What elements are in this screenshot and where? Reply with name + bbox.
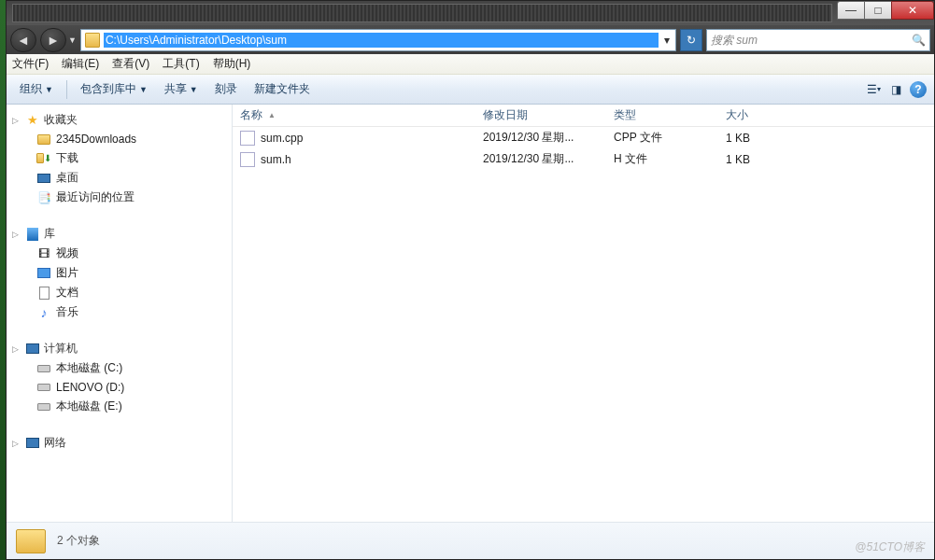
- menu-edit[interactable]: 编辑(E): [62, 56, 99, 72]
- status-bar: 2 个对象 @51CTO博客: [7, 522, 934, 559]
- sidebar-item-documents[interactable]: 文档: [12, 283, 232, 302]
- minimize-button[interactable]: —: [837, 1, 865, 20]
- file-row[interactable]: sum.cpp 2019/12/30 星期... CPP 文件 1 KB: [233, 127, 934, 148]
- computer-group[interactable]: ▷计算机: [12, 339, 232, 358]
- content-pane: 名称▲ 修改日期 类型 大小 sum.cpp 2019/12/30 星期... …: [233, 105, 934, 522]
- address-text[interactable]: C:\Users\Administrator\Desktop\sum: [104, 33, 659, 48]
- col-name[interactable]: 名称▲: [240, 107, 483, 123]
- sidebar-item-drive-d[interactable]: LENOVO (D:): [12, 378, 232, 397]
- menu-help[interactable]: 帮助(H): [213, 56, 251, 72]
- address-dropdown[interactable]: ▾: [659, 34, 675, 47]
- menu-view[interactable]: 查看(V): [112, 56, 149, 72]
- sidebar: ▷★收藏夹 2345Downloads 下载 桌面 最近访问的位置 ▷库 视频 …: [7, 105, 233, 522]
- col-size[interactable]: 大小: [726, 107, 838, 123]
- close-button[interactable]: ✕: [891, 1, 934, 20]
- main-area: ▷★收藏夹 2345Downloads 下载 桌面 最近访问的位置 ▷库 视频 …: [7, 105, 934, 522]
- menu-bar: 文件(F) 编辑(E) 查看(V) 工具(T) 帮助(H): [7, 54, 934, 75]
- file-icon: [240, 131, 255, 146]
- search-placeholder: 搜索 sum: [711, 33, 758, 49]
- view-mode-button[interactable]: ☰▾: [865, 81, 882, 98]
- sidebar-item-recent[interactable]: 最近访问的位置: [12, 188, 232, 207]
- maximize-button[interactable]: □: [864, 1, 892, 20]
- sidebar-item-pictures[interactable]: 图片: [12, 263, 232, 283]
- new-folder-button[interactable]: 新建文件夹: [248, 78, 316, 100]
- folder-icon: [85, 33, 100, 48]
- col-type[interactable]: 类型: [614, 107, 726, 123]
- sidebar-item-drive-c[interactable]: 本地磁盘 (C:): [12, 358, 232, 378]
- search-icon[interactable]: 🔍: [912, 34, 926, 47]
- libraries-group[interactable]: ▷库: [12, 224, 232, 244]
- folder-icon: [16, 529, 46, 553]
- organize-button[interactable]: 组织▼: [14, 78, 59, 100]
- titlebar-drag[interactable]: [12, 4, 832, 22]
- sidebar-item-music[interactable]: 音乐: [12, 302, 232, 322]
- watermark: @51CTO博客: [855, 539, 925, 555]
- sidebar-item-downloads[interactable]: 下载: [12, 148, 232, 168]
- status-text: 2 个对象: [57, 533, 100, 549]
- menu-file[interactable]: 文件(F): [12, 56, 49, 72]
- search-input[interactable]: 搜索 sum 🔍: [706, 29, 930, 51]
- history-dropdown[interactable]: ▼: [68, 35, 77, 45]
- toolbar: 组织▼ 包含到库中▼ 共享▼ 刻录 新建文件夹 ☰▾ ◨ ?: [7, 75, 934, 105]
- burn-button[interactable]: 刻录: [209, 78, 243, 100]
- forward-button[interactable]: ►: [40, 28, 66, 52]
- address-bar[interactable]: C:\Users\Administrator\Desktop\sum ▾: [80, 29, 676, 51]
- network-group[interactable]: ▷网络: [12, 433, 232, 453]
- file-row[interactable]: sum.h 2019/12/30 星期... H 文件 1 KB: [233, 148, 934, 170]
- menu-tools[interactable]: 工具(T): [163, 56, 199, 72]
- col-date[interactable]: 修改日期: [483, 107, 614, 123]
- sep: [66, 80, 67, 99]
- share-button[interactable]: 共享▼: [159, 78, 204, 100]
- file-icon: [240, 152, 255, 167]
- titlebar[interactable]: — □ ✕: [7, 1, 934, 25]
- include-library-button[interactable]: 包含到库中▼: [75, 78, 153, 100]
- back-button[interactable]: ◄: [10, 28, 36, 52]
- nav-row: ◄ ► ▼ C:\Users\Administrator\Desktop\sum…: [7, 25, 934, 55]
- column-headers: 名称▲ 修改日期 类型 大小: [233, 105, 934, 127]
- refresh-button[interactable]: ↻: [680, 29, 702, 51]
- sidebar-item-videos[interactable]: 视频: [12, 244, 232, 263]
- sidebar-item-desktop[interactable]: 桌面: [12, 168, 232, 188]
- window-body: 文件(F) 编辑(E) 查看(V) 工具(T) 帮助(H) 组织▼ 包含到库中▼…: [6, 54, 935, 560]
- sort-asc-icon: ▲: [268, 111, 276, 119]
- favorites-group[interactable]: ▷★收藏夹: [12, 110, 232, 130]
- help-icon[interactable]: ?: [910, 81, 927, 98]
- preview-pane-button[interactable]: ◨: [887, 81, 904, 98]
- sidebar-item-drive-e[interactable]: 本地磁盘 (E:): [12, 397, 232, 416]
- sidebar-item-2345downloads[interactable]: 2345Downloads: [12, 130, 232, 148]
